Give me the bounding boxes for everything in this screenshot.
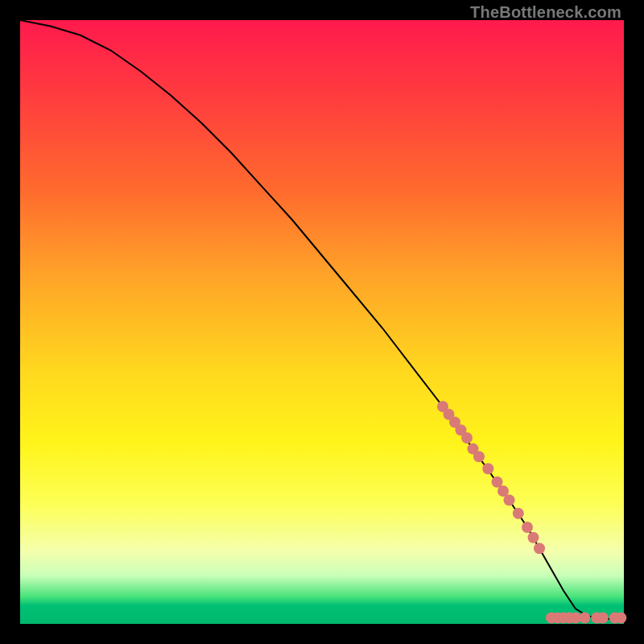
scatter-point bbox=[579, 613, 590, 624]
scatter-point bbox=[461, 432, 473, 444]
scatter-point bbox=[615, 613, 626, 624]
scatter-point bbox=[522, 522, 533, 533]
scatter-point bbox=[528, 532, 539, 543]
scatter-point bbox=[534, 543, 545, 554]
scatter-point bbox=[482, 463, 493, 474]
scatter-point bbox=[513, 508, 524, 519]
scatter-point bbox=[597, 613, 609, 624]
chart-frame: TheBottleneck.com bbox=[0, 0, 644, 644]
scatter-markers bbox=[437, 401, 626, 624]
attribution-label: TheBottleneck.com bbox=[470, 3, 621, 22]
scatter-point bbox=[504, 494, 515, 506]
chart-overlay bbox=[20, 20, 624, 624]
scatter-point bbox=[473, 451, 485, 462]
curve-line bbox=[20, 20, 624, 619]
